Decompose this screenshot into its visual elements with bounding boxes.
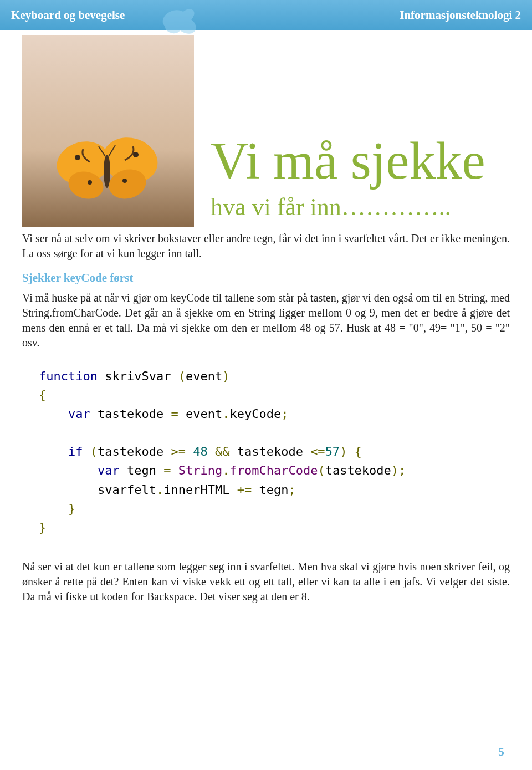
header-left: Keyboard og bevegelse [11,8,125,22]
hero-photo [22,35,194,227]
page-title: Vi må sjekke [211,135,510,187]
page-header: Keyboard og bevegelse Informasjonsteknol… [0,0,532,30]
svg-point-8 [75,155,80,160]
svg-point-10 [88,180,92,185]
code-snippet: function skrivSvar (event) { var tasteko… [39,367,510,537]
paragraph-3: Nå ser vi at det kun er tallene som legg… [22,559,510,604]
page-subtitle: hva vi får inn………….. [211,193,510,221]
svg-point-12 [104,155,110,188]
title-block: Vi må sjekke hva vi får inn………….. [211,135,510,227]
section-heading: Sjekker keyCode først [22,271,510,285]
intro-row: Vi må sjekke hva vi får inn………….. [22,35,510,227]
svg-point-9 [133,152,139,157]
butterfly-icon [50,130,166,215]
svg-point-11 [122,179,127,183]
paragraph-2: Vi må huske på at når vi gjør om keyCode… [22,290,510,350]
page-content: Vi må sjekke hva vi får inn………….. Vi ser… [0,35,532,638]
butterfly-decoration-icon [155,6,222,39]
page-number: 5 [498,744,504,759]
intro-paragraph: Vi ser nå at selv om vi skriver bokstave… [22,231,510,261]
header-right: Informasjonsteknologi 2 [400,8,521,22]
